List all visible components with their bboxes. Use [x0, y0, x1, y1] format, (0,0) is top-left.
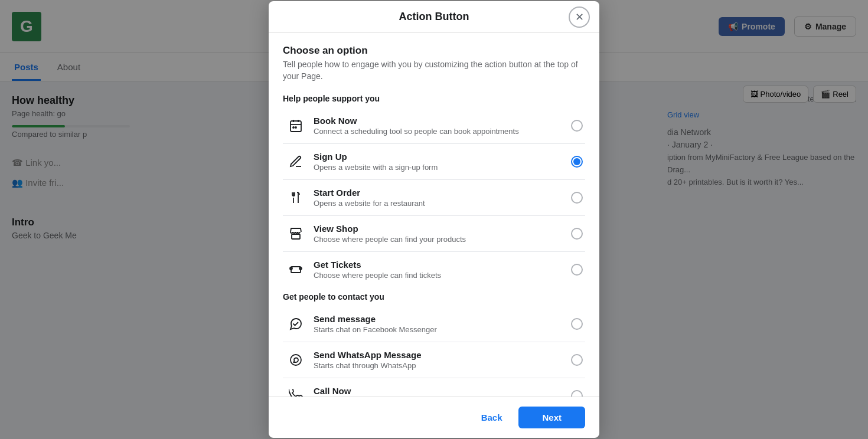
- close-button[interactable]: ✕: [569, 6, 590, 28]
- option-sign-up[interactable]: Sign Up Opens a website with a sign-up f…: [283, 144, 585, 180]
- messenger-icon: [285, 313, 306, 335]
- book-now-radio[interactable]: [571, 120, 583, 132]
- get-tickets-radio[interactable]: [571, 264, 583, 276]
- contact-options-list: Send message Starts chat on Facebook Mes…: [283, 306, 585, 397]
- sign-up-desc: Opens a website with a sign-up form: [314, 163, 566, 172]
- pencil-icon: [285, 151, 306, 172]
- view-shop-radio[interactable]: [571, 228, 583, 240]
- choose-subtitle: Tell people how to engage with you by cu…: [283, 59, 585, 82]
- svg-point-10: [291, 355, 301, 365]
- option-whatsapp[interactable]: Send WhatsApp Message Starts chat throug…: [283, 342, 585, 378]
- whatsapp-text: Send WhatsApp Message Starts chat throug…: [314, 350, 566, 370]
- send-message-radio[interactable]: [571, 318, 583, 330]
- modal-footer: Back Next: [269, 397, 599, 438]
- svg-rect-0: [291, 121, 301, 132]
- start-order-radio[interactable]: [571, 192, 583, 204]
- back-button[interactable]: Back: [472, 408, 512, 427]
- close-icon: ✕: [575, 11, 584, 24]
- svg-point-4: [293, 127, 294, 128]
- section-contact-header: Get people to contact you: [283, 292, 585, 302]
- fork-icon: [285, 187, 306, 208]
- calendar-icon: [285, 115, 306, 136]
- view-shop-desc: Choose where people can find your produc…: [314, 235, 566, 244]
- section-support-header: Help people support you: [283, 94, 585, 103]
- action-button-modal: Action Button ✕ Choose an option Tell pe…: [269, 1, 599, 438]
- modal-body: Choose an option Tell people how to enga…: [269, 33, 599, 397]
- option-call-now[interactable]: Call Now Starts a phone call: [283, 378, 585, 397]
- whatsapp-icon: [285, 349, 306, 371]
- call-now-text: Call Now Starts a phone call: [314, 386, 566, 397]
- view-shop-text: View Shop Choose where people can find y…: [314, 224, 566, 244]
- get-tickets-desc: Choose where people can find tickets: [314, 271, 566, 280]
- svg-point-5: [295, 127, 296, 128]
- whatsapp-label: Send WhatsApp Message: [314, 350, 566, 360]
- book-now-text: Book Now Connect a scheduling tool so pe…: [314, 116, 566, 136]
- sign-up-text: Sign Up Opens a website with a sign-up f…: [314, 152, 566, 172]
- option-start-order[interactable]: Start Order Opens a website for a restau…: [283, 180, 585, 216]
- whatsapp-radio[interactable]: [571, 354, 583, 366]
- next-button[interactable]: Next: [518, 407, 585, 428]
- option-get-tickets[interactable]: Get Tickets Choose where people can find…: [283, 252, 585, 287]
- start-order-desc: Opens a website for a restaurant: [314, 199, 566, 208]
- option-view-shop[interactable]: View Shop Choose where people can find y…: [283, 216, 585, 252]
- sign-up-radio[interactable]: [571, 156, 583, 168]
- ticket-icon: [285, 259, 306, 280]
- modal-title: Action Button: [399, 11, 469, 23]
- option-book-now[interactable]: Book Now Connect a scheduling tool so pe…: [283, 108, 585, 144]
- book-now-desc: Connect a scheduling tool so people can …: [314, 127, 566, 136]
- send-message-text: Send message Starts chat on Facebook Mes…: [314, 314, 566, 334]
- send-message-label: Send message: [314, 314, 566, 324]
- modal-header: Action Button ✕: [269, 1, 599, 33]
- whatsapp-desc: Starts chat through WhatsApp: [314, 361, 566, 370]
- send-message-desc: Starts chat on Facebook Messenger: [314, 325, 566, 334]
- svg-rect-9: [292, 234, 300, 239]
- call-now-radio[interactable]: [571, 390, 583, 397]
- start-order-label: Start Order: [314, 188, 566, 198]
- shop-icon: [285, 223, 306, 244]
- get-tickets-label: Get Tickets: [314, 260, 566, 270]
- call-now-label: Call Now: [314, 386, 566, 396]
- view-shop-label: View Shop: [314, 224, 566, 234]
- support-options-list: Book Now Connect a scheduling tool so pe…: [283, 108, 585, 287]
- book-now-label: Book Now: [314, 116, 566, 126]
- start-order-text: Start Order Opens a website for a restau…: [314, 188, 566, 208]
- choose-title: Choose an option: [283, 45, 585, 57]
- sign-up-label: Sign Up: [314, 152, 566, 162]
- option-send-message[interactable]: Send message Starts chat on Facebook Mes…: [283, 306, 585, 342]
- phone-icon: [285, 385, 306, 397]
- get-tickets-text: Get Tickets Choose where people can find…: [314, 260, 566, 280]
